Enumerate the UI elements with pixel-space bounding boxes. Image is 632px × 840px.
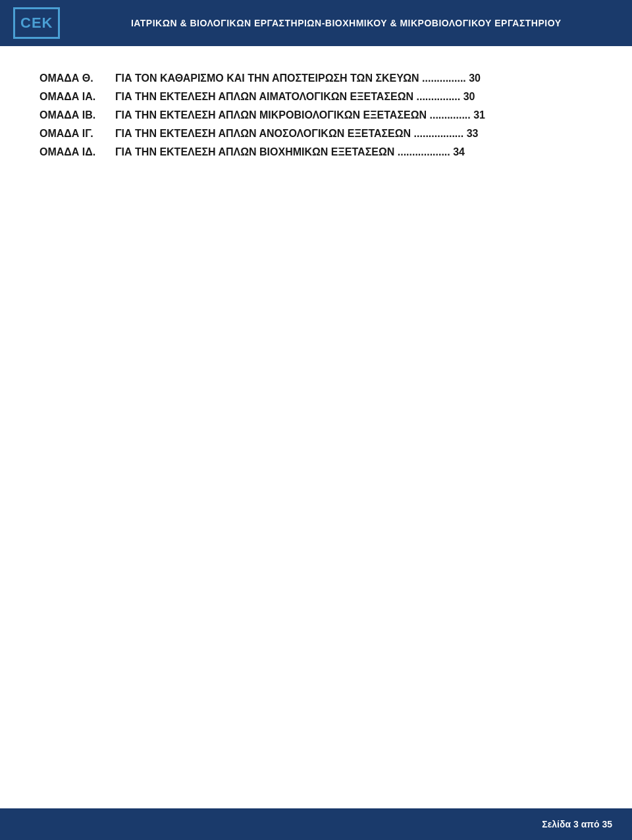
toc-prefix: ΟΜΑΔΑ ΙΔ. (40, 146, 115, 158)
header-title: ΙΑΤΡΙΚΩΝ & ΒΙΟΛΟΓΙΚΩΝ ΕΡΓΑΣΤΗΡΙΩΝ-ΒΙΟΧΗΜ… (73, 18, 619, 28)
toc-item: ΟΜΑΔΑ Θ.ΓΙΑ ΤΟΝ ΚΑΘΑΡΙΣΜΟ ΚΑΙ ΤΗΝ ΑΠΟΣΤΕ… (40, 72, 592, 84)
toc-prefix: ΟΜΑΔΑ ΙΑ. (40, 91, 115, 103)
toc-description: ΓΙΑ ΤΗΝ ΕΚΤΕΛΕΣΗ ΑΠΛΩΝ ΜΙΚΡΟΒΙΟΛΟΓΙΚΩΝ Ε… (115, 109, 592, 121)
toc-description: ΓΙΑ ΤΗΝ ΕΚΤΕΛΕΣΗ ΑΠΛΩΝ ΒΙΟΧΗΜΙΚΩΝ ΕΞΕΤΑΣ… (115, 146, 592, 158)
toc-item: ΟΜΑΔΑ ΙΓ.ΓΙΑ ΤΗΝ ΕΚΤΕΛΕΣΗ ΑΠΛΩΝ ΑΝΟΣΟΛΟΓ… (40, 128, 592, 140)
logo-text: CEK (20, 14, 53, 32)
toc-prefix: ΟΜΑΔΑ ΙΒ. (40, 109, 115, 121)
page-header: CEK ΙΑΤΡΙΚΩΝ & ΒΙΟΛΟΓΙΚΩΝ ΕΡΓΑΣΤΗΡΙΩΝ-ΒΙ… (0, 0, 632, 46)
toc-description: ΓΙΑ ΤΗΝ ΕΚΤΕΛΕΣΗ ΑΠΛΩΝ ΑΝΟΣΟΛΟΓΙΚΩΝ ΕΞΕΤ… (115, 128, 592, 140)
footer-text: Σελίδα 3 από 35 (542, 819, 612, 829)
logo: CEK (13, 7, 60, 39)
toc-prefix: ΟΜΑΔΑ Θ. (40, 72, 115, 84)
toc-item: ΟΜΑΔΑ ΙΔ.ΓΙΑ ΤΗΝ ΕΚΤΕΛΕΣΗ ΑΠΛΩΝ ΒΙΟΧΗΜΙΚ… (40, 146, 592, 158)
toc-item: ΟΜΑΔΑ ΙΒ.ΓΙΑ ΤΗΝ ΕΚΤΕΛΕΣΗ ΑΠΛΩΝ ΜΙΚΡΟΒΙΟ… (40, 109, 592, 121)
toc-description: ΓΙΑ ΤΟΝ ΚΑΘΑΡΙΣΜΟ ΚΑΙ ΤΗΝ ΑΠΟΣΤΕΙΡΩΣΗ ΤΩ… (115, 72, 592, 84)
page-footer: Σελίδα 3 από 35 (0, 808, 632, 840)
main-content: ΟΜΑΔΑ Θ.ΓΙΑ ΤΟΝ ΚΑΘΑΡΙΣΜΟ ΚΑΙ ΤΗΝ ΑΠΟΣΤΕ… (0, 46, 632, 808)
toc-item: ΟΜΑΔΑ ΙΑ.ΓΙΑ ΤΗΝ ΕΚΤΕΛΕΣΗ ΑΠΛΩΝ ΑΙΜΑΤΟΛΟ… (40, 91, 592, 103)
toc-description: ΓΙΑ ΤΗΝ ΕΚΤΕΛΕΣΗ ΑΠΛΩΝ ΑΙΜΑΤΟΛΟΓΙΚΩΝ ΕΞΕ… (115, 91, 592, 103)
toc-prefix: ΟΜΑΔΑ ΙΓ. (40, 128, 115, 140)
